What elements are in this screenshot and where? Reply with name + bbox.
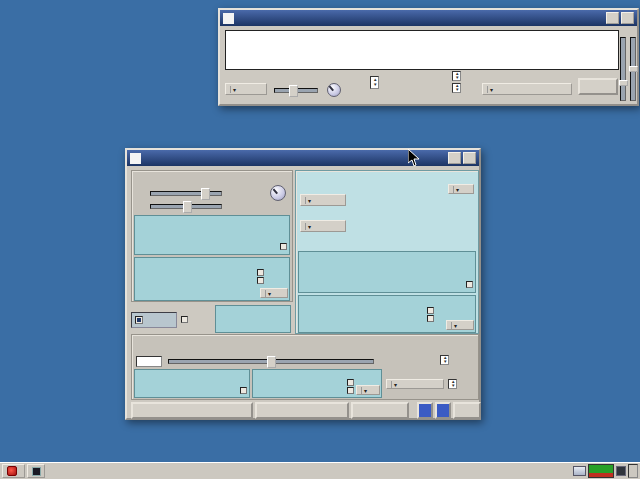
velocity-slider[interactable] [274,88,318,93]
spin-down-icon[interactable]: ▼ [443,360,447,365]
velocity-sense-slider[interactable] [150,204,222,209]
detune-value [136,356,162,367]
velocity-slider-thumb[interactable] [289,85,298,97]
close-icon[interactable] [621,12,634,24]
category-select[interactable]: ▾ [300,194,346,206]
volume-slider[interactable] [150,191,222,196]
cval-slider-thumb[interactable] [619,80,628,86]
stages-select[interactable]: ▾ [448,184,474,194]
amplitude-lfo-panel: ▾ [134,257,290,301]
frcr-checkbox[interactable] [280,243,287,251]
zyn-app-icon [223,13,234,24]
lfo-randomness [427,307,435,322]
checkbox[interactable] [240,387,247,394]
adsynth-titlebar[interactable] [127,150,479,166]
menu-button[interactable] [2,464,25,478]
keyboard-tray-icon[interactable] [573,466,586,476]
stereo-punch-row [131,304,293,334]
chevron-down-icon: ▾ [265,290,271,297]
free-memory-value [589,465,613,473]
rndgrp-checkbox[interactable] [181,316,188,323]
checkbox[interactable] [466,281,473,288]
lfo-wave-select[interactable]: ▾ [446,320,474,330]
controller-select[interactable]: ▾ [482,83,572,95]
chevron-down-icon: ▾ [453,186,459,193]
shade-button[interactable] [606,12,619,24]
velocity-sense-thumb[interactable] [183,201,192,213]
taskbar [0,462,640,479]
chevron-down-icon: ▾ [487,86,493,93]
amplitude-envelope-panel [134,215,290,255]
pan-knob[interactable] [270,185,286,201]
cval-slider[interactable] [620,37,626,101]
punch-panel [215,305,291,333]
chevron-down-icon: ▾ [361,387,367,394]
stereo-checkbox[interactable] [135,316,143,324]
octave-spinner[interactable]: ▲▼ [370,76,379,89]
frequency-envelope-panel [134,369,250,398]
chevron-down-icon: ▾ [451,322,457,329]
ar-checkbox[interactable] [257,269,264,276]
paste-button[interactable] [435,402,451,419]
desktop: ▾ ▲▼ ▲▼ ▲▼ ▾ [0,0,640,479]
pitch-slider[interactable] [630,37,636,101]
adsynth-close-button[interactable] [453,402,481,419]
detune-slider[interactable] [168,359,374,364]
lfo-randomness [257,269,265,284]
rnd-grp-toggle[interactable] [181,316,190,323]
terminal-icon [32,467,41,476]
show-voice-list-button[interactable] [255,402,349,419]
vk-titlebar[interactable] [220,10,637,26]
copy-button[interactable] [417,402,433,419]
chevron-down-icon: ▾ [230,86,236,93]
spin-down-icon[interactable]: ▼ [455,76,459,81]
filter-envelope-panel [298,251,476,293]
filter-lfo-panel: ▾ [298,295,476,333]
amplitude-section: ▾ [131,170,293,302]
spin-down-icon[interactable]: ▼ [451,384,455,389]
detune-type-select[interactable]: ▾ [386,379,444,389]
menu-icon [7,466,17,476]
filtertype-select[interactable]: ▾ [300,220,346,232]
lfo-randomness [347,379,355,394]
fr-checkbox[interactable] [427,315,434,322]
zyn-app-icon [130,153,141,164]
qwer-octave-spinner[interactable]: ▲▼ [452,71,461,81]
detune-slider-thumb[interactable] [267,356,276,368]
ar-checkbox[interactable] [427,307,434,314]
resonance-button[interactable] [351,402,409,419]
memory-applet[interactable] [588,464,614,478]
stereo-toggle[interactable] [131,312,177,328]
show-voice-parameters-button[interactable] [131,402,253,419]
fr-checkbox[interactable] [347,387,354,394]
chevron-down-icon: ▾ [305,223,311,230]
vrnd-knob[interactable] [327,83,341,97]
close-icon[interactable] [463,152,476,164]
minimize-button[interactable] [448,152,461,164]
zxcv-octave-spinner[interactable]: ▲▼ [452,83,461,93]
octave-spinner[interactable]: ▲▼ [440,355,449,365]
vk-close-button[interactable] [578,78,618,95]
terminal-launcher[interactable] [27,464,45,478]
frcr-checkbox[interactable] [466,281,473,289]
speaker-tray-icon[interactable] [616,466,626,476]
ar-checkbox[interactable] [347,379,354,386]
spin-down-icon[interactable]: ▼ [373,83,377,88]
volume-slider-thumb[interactable] [201,188,210,200]
frcr-checkbox[interactable] [240,387,247,395]
lfo-wave-select[interactable]: ▾ [356,385,380,395]
taskbar-clock [628,464,638,478]
calendar-widget [506,106,636,109]
frequency-lfo-panel: ▾ [252,369,382,398]
fr-checkbox[interactable] [257,277,264,284]
spin-down-icon[interactable]: ▼ [455,88,459,93]
piano-keyboard[interactable] [225,30,619,70]
pitch-slider-thumb[interactable] [629,66,638,72]
coarse-detune-spinner[interactable]: ▲▼ [448,379,457,389]
midi-channel-select[interactable]: ▾ [225,83,267,95]
adsynth-window: ▾ ▾ ▾ ▾ [125,148,481,420]
checkbox[interactable] [280,243,287,250]
lfo-wave-select[interactable]: ▾ [260,288,288,298]
chevron-down-icon: ▾ [391,381,397,388]
chevron-down-icon: ▾ [305,197,311,204]
